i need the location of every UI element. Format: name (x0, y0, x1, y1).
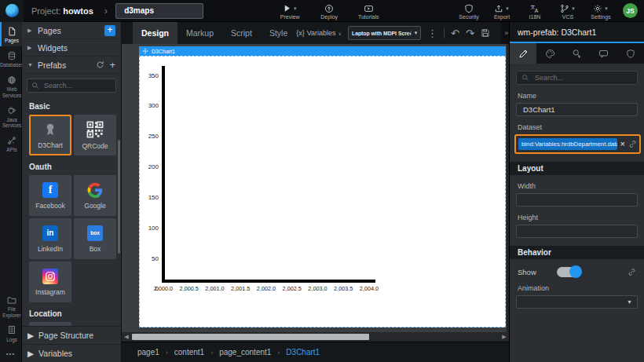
hscrollbar-thumb[interactable] (132, 334, 369, 340)
show-toggle[interactable] (557, 267, 580, 277)
rail-item-apis[interactable]: APIs (0, 131, 22, 155)
canvas-tab-script[interactable]: Script (222, 22, 261, 44)
scroll-left-icon[interactable]: ◀ (122, 332, 131, 342)
section-widgets[interactable]: ▶ Widgets (22, 39, 121, 57)
section-variables[interactable]: ▶ Variables (22, 344, 122, 362)
rail-item-file-explorer[interactable]: File Explorer (0, 291, 22, 320)
breadcrumb-item-content1[interactable]: content1 (174, 348, 204, 357)
scroll-right-icon[interactable]: ▶ (499, 332, 509, 342)
topbar-button-label: Export (494, 14, 510, 20)
bind-link-icon[interactable] (628, 140, 637, 148)
inspector-search-input[interactable] (533, 73, 632, 82)
google-icon (87, 182, 103, 198)
breadcrumb-item-D3Chart1[interactable]: D3Chart1 (286, 348, 320, 357)
move-icon[interactable] (142, 48, 148, 54)
divider (444, 27, 445, 38)
undo-icon[interactable]: ↶ (451, 28, 459, 38)
clear-bind-icon[interactable]: × (620, 140, 625, 148)
prefab-tile-label: LinkedIn (38, 245, 63, 253)
bind-link-icon[interactable] (628, 268, 636, 276)
width-input[interactable] (521, 195, 632, 205)
rail-item-java-services[interactable]: Java Services (0, 101, 22, 131)
topbar-button-deploy[interactable]: Deploy (315, 2, 343, 20)
canvas-tab-markup[interactable]: Markup (177, 22, 222, 44)
topbar-button-security[interactable]: Security (455, 2, 483, 20)
topbar-right-tools: Security▼Export文AI18N▼VCS▼Settings (455, 2, 615, 20)
inspector-tab-pencil[interactable] (510, 43, 536, 64)
prefab-search[interactable] (27, 79, 116, 93)
inspector-search[interactable] (516, 71, 638, 85)
kebab-menu-icon[interactable]: ⋮ (427, 28, 437, 38)
widget-selection-bar[interactable]: D3Chart1 (139, 46, 506, 56)
topbar-button-vcs[interactable]: ▼VCS (554, 2, 582, 20)
add-prefab-button[interactable]: + (109, 59, 115, 71)
section-widgets-label: Widgets (38, 43, 68, 53)
topbar-button-export[interactable]: ▼Export (488, 2, 516, 20)
group-header-location: Location (22, 305, 121, 321)
dataset-field-highlighted[interactable]: bind:Variables.hrdbDepartment.dataSe × (514, 134, 641, 154)
design-canvas[interactable]: D3Chart1 3503002502001501005002,000.02,0… (122, 44, 507, 332)
width-field[interactable] (516, 193, 638, 207)
canvas-tab-design[interactable]: Design (133, 22, 177, 44)
caret-down-icon: ∨ (338, 31, 342, 36)
rail-item-web-services[interactable]: Web Services (0, 71, 22, 101)
prefab-tile-linkedin[interactable]: inLinkedIn (29, 218, 71, 259)
canvas-hscrollbar[interactable]: ◀ ▶ (122, 332, 509, 342)
add-page-button[interactable]: + (104, 25, 115, 36)
prefab-tile-google[interactable]: Google (74, 175, 116, 216)
d3-chart[interactable]: 3503002502001501005002,000.02,000.52,001… (139, 56, 506, 327)
prefab-tile-instagram[interactable]: Instagram (29, 261, 71, 302)
inspector-tab-chat[interactable] (591, 43, 617, 64)
rail-item-pages[interactable]: Pages (0, 22, 22, 46)
dataset-bind-value[interactable]: bind:Variables.hrdbDepartment.dataSe (518, 138, 617, 150)
x-tick-label: 2,001.5 (231, 285, 250, 292)
left-icon-rail: PagesDatabasesWeb ServicesJava ServicesA… (0, 22, 22, 362)
chat-icon (598, 49, 609, 59)
rail-more-button[interactable]: ••• (0, 346, 21, 362)
prefab-tile-label: D3Chart (38, 141, 63, 149)
toggle-knob (569, 265, 582, 278)
topbar-button-i18n[interactable]: 文AI18N (521, 2, 549, 20)
group-header-basic: Basic (22, 97, 121, 114)
inspector-tab-shield-outline[interactable] (617, 43, 644, 64)
breadcrumb-separator: › (166, 349, 168, 357)
name-field[interactable] (516, 103, 638, 116)
rail-item-label: Logs (6, 337, 17, 342)
y-tick-label: 300 (139, 102, 159, 109)
show-label: Show (518, 268, 536, 276)
device-selector[interactable]: Laptop with MDPI Screen ▼ (348, 26, 421, 40)
height-field[interactable] (516, 225, 638, 238)
section-prefabs[interactable]: ▼ Prefabs + (22, 57, 121, 74)
redo-icon[interactable]: ↷ (466, 28, 474, 38)
user-avatar[interactable]: JS (623, 3, 638, 18)
rail-item-databases[interactable]: Databases (0, 46, 22, 71)
animation-select[interactable]: ▼ (516, 295, 638, 309)
breadcrumb-item-page_content1[interactable]: page_content1 (219, 348, 271, 357)
topbar-button-preview[interactable]: ▼Preview (276, 2, 304, 20)
inspector-tab-events[interactable] (563, 43, 590, 64)
prefab-search-input[interactable] (42, 81, 112, 90)
rail-item-logs[interactable]: Logs (0, 321, 22, 346)
wavemaker-logo[interactable] (0, 0, 24, 22)
variables-dropdown[interactable]: {x} Variables ∨ (296, 29, 342, 37)
topbar-button-settings[interactable]: ▼Settings (587, 2, 615, 20)
prefab-tile-label: QRCode (82, 142, 108, 150)
chevron-right-icon: › (104, 5, 108, 16)
prefab-tile-box[interactable]: boxBox (74, 218, 116, 259)
page-tab-d3maps[interactable]: d3maps (115, 3, 203, 19)
section-pages[interactable]: ▶ Pages + (22, 22, 121, 39)
page-canvas[interactable]: D3Chart1 3503002502001501005002,000.02,0… (139, 46, 506, 327)
section-page-structure[interactable]: ▶ Page Structure (22, 326, 122, 344)
height-input[interactable] (521, 226, 632, 236)
save-icon[interactable] (481, 28, 490, 38)
inspector-tab-palette[interactable] (536, 43, 563, 64)
canvas-tab-style[interactable]: Style (261, 22, 296, 44)
prefab-tile-d3chart[interactable]: D3Chart (29, 115, 71, 155)
breadcrumb-item-page1[interactable]: page1 (137, 348, 159, 357)
topbar-button-tutorials[interactable]: Tutorials (354, 2, 382, 20)
refresh-icon[interactable] (96, 60, 104, 69)
name-input[interactable] (521, 104, 632, 115)
panel-scrollbar[interactable] (118, 140, 120, 254)
prefab-tile-qrcode[interactable]: QRCode (74, 115, 116, 155)
prefab-tile-facebook[interactable]: fFacebook (29, 175, 71, 216)
